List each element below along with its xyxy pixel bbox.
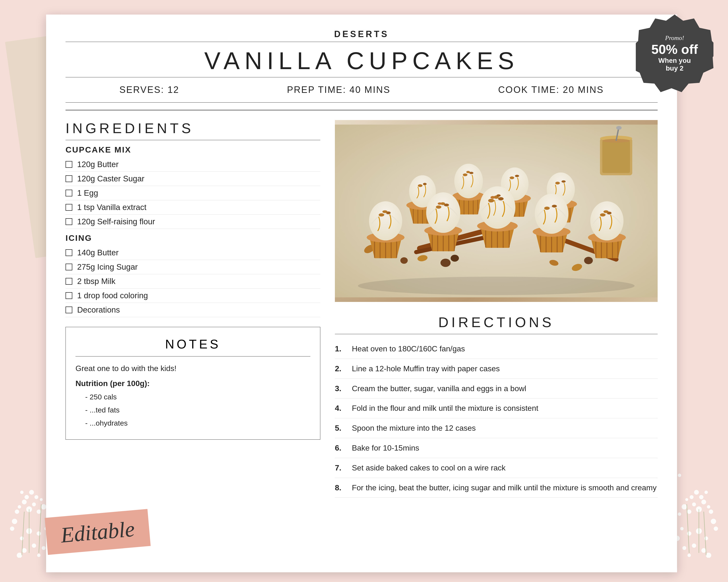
svg-point-3 [37, 509, 41, 514]
left-column: INGREDIENTS CUPCAKE MIX 120g Butter 120g… [66, 120, 320, 498]
checkbox-decorations[interactable] [66, 306, 72, 313]
svg-point-218 [603, 210, 608, 213]
svg-point-107 [687, 554, 691, 557]
svg-point-7 [34, 495, 38, 499]
svg-point-96 [682, 546, 686, 550]
ingredient-flour: 120g Self-raising flour [66, 215, 320, 229]
category-label: DESERTS [66, 29, 658, 39]
svg-point-4 [18, 505, 21, 508]
svg-point-13 [12, 519, 17, 524]
right-column: DIRECTIONS 1. Heat oven to 180C/160C fan… [335, 120, 658, 498]
svg-point-76 [680, 527, 683, 530]
checkbox-milk[interactable] [66, 278, 72, 285]
direction-step-2: 2. Line a 12-hole Muffin tray with paper… [335, 359, 658, 379]
svg-point-97 [701, 548, 706, 553]
direction-step-6: 6. Bake for 10-15mins [335, 438, 658, 458]
step-number: 5. [335, 423, 347, 434]
svg-rect-220 [602, 141, 630, 173]
svg-point-62 [687, 509, 691, 514]
svg-point-40 [32, 544, 36, 548]
svg-point-11 [15, 509, 19, 514]
svg-point-66 [690, 495, 694, 499]
directions-section: DIRECTIONS 1. Heat oven to 180C/160C fan… [335, 314, 658, 498]
step-number: 1. [335, 343, 347, 354]
checkbox-egg[interactable] [66, 190, 72, 196]
editable-label: Editable [60, 517, 135, 547]
svg-point-145 [454, 164, 483, 198]
svg-point-208 [552, 205, 557, 207]
svg-point-74 [714, 526, 718, 531]
svg-point-166 [562, 181, 566, 183]
step-text: For the icing, beat the butter, icing su… [352, 482, 657, 493]
svg-point-63 [707, 505, 710, 508]
svg-point-198 [490, 196, 495, 199]
svg-point-196 [498, 197, 504, 200]
svg-point-91 [678, 474, 681, 477]
direction-step-4: 4. Fold in the flour and milk until the … [335, 398, 658, 418]
notes-divider [76, 356, 310, 357]
svg-point-65 [699, 495, 703, 499]
svg-point-60 [692, 502, 696, 506]
ingredient-decorations: Decorations [66, 303, 320, 317]
checkbox-food-coloring[interactable] [66, 292, 72, 299]
step-number: 8. [335, 482, 347, 493]
svg-point-10 [40, 498, 43, 501]
svg-point-157 [515, 175, 519, 177]
notes-box: NOTES Great one to do with the kids! Nut… [66, 327, 320, 440]
ingredient-icing-sugar: 275g Icing Sugar [66, 260, 320, 274]
checkbox-icing-butter[interactable] [66, 249, 72, 256]
checkbox-butter[interactable] [66, 161, 72, 168]
direction-step-8: 8. For the icing, beat the butter, icing… [335, 478, 658, 498]
svg-point-184 [436, 205, 441, 209]
svg-point-79 [704, 536, 708, 540]
step-number: 3. [335, 383, 347, 394]
recipe-title: VANILLA CUPCAKES [66, 47, 658, 75]
step-text: Spoon the mixture into the 12 cases [352, 423, 476, 434]
svg-point-195 [488, 199, 494, 202]
checkbox-vanilla[interactable] [66, 204, 72, 211]
step-text: Cream the butter, sugar, vanilla and egg… [352, 383, 526, 394]
ingredient-text: 275g Icing Sugar [77, 262, 138, 272]
svg-point-9 [20, 491, 24, 494]
svg-point-67 [694, 490, 699, 495]
prep-time-info: PREP TIME: 40 MINS [287, 85, 390, 95]
step-number: 4. [335, 403, 347, 414]
step-text: Set aside baked cakes to cool on a wire … [352, 463, 505, 473]
direction-step-1: 1. Heat oven to 180C/160C fan/gas [335, 339, 658, 359]
serves-info: SERVES: 12 [120, 85, 179, 95]
recipe-card: DESERTS VANILLA CUPCAKES SERVES: 12 PREP… [46, 15, 677, 572]
svg-point-61 [701, 500, 706, 504]
svg-point-8 [29, 490, 34, 495]
checkbox-flour[interactable] [66, 218, 72, 225]
recipe-header: DESERTS VANILLA CUPCAKES SERVES: 12 PREP… [66, 29, 658, 110]
ingredient-egg: 1 Egg [66, 186, 320, 200]
content-area: INGREDIENTS CUPCAKE MIX 120g Butter 120g… [66, 120, 658, 498]
step-number: 6. [335, 443, 347, 453]
ingredient-icing-butter: 140g Butter [66, 246, 320, 260]
notes-content: Great one to do with the kids! [76, 363, 310, 374]
step-text: Bake for 10-15mins [352, 443, 419, 453]
svg-point-20 [20, 536, 24, 540]
svg-point-207 [544, 206, 550, 210]
svg-point-46 [17, 553, 22, 558]
step-text: Fold in the flour and milk until the mix… [352, 403, 538, 414]
ingredient-milk: 2 tbsp Milk [66, 274, 320, 288]
svg-point-138 [423, 183, 426, 185]
ingredient-text: 120g Caster Sugar [77, 174, 145, 183]
svg-point-137 [418, 184, 422, 187]
promo-discount: 50% off [651, 42, 698, 57]
svg-point-174 [379, 213, 384, 217]
svg-point-68 [704, 491, 708, 494]
svg-point-187 [438, 202, 442, 205]
nutrition-fats: - ...ted fats [76, 404, 310, 417]
direction-step-3: 3. Cream the butter, sugar, vanilla and … [335, 379, 658, 399]
nutrition-cals: - 250 cals [76, 390, 310, 404]
ingredient-butter: 120g Butter [66, 157, 320, 172]
checkbox-icing-sugar[interactable] [66, 264, 72, 270]
svg-point-78 [687, 531, 691, 536]
nutrition-carbs: - ...ohydrates [76, 417, 310, 430]
ingredient-text: 1 tsp Vanilla extract [77, 203, 147, 212]
ingredient-caster-sugar: 120g Caster Sugar [66, 172, 320, 186]
checkbox-caster-sugar[interactable] [66, 175, 72, 182]
svg-point-71 [678, 512, 681, 516]
